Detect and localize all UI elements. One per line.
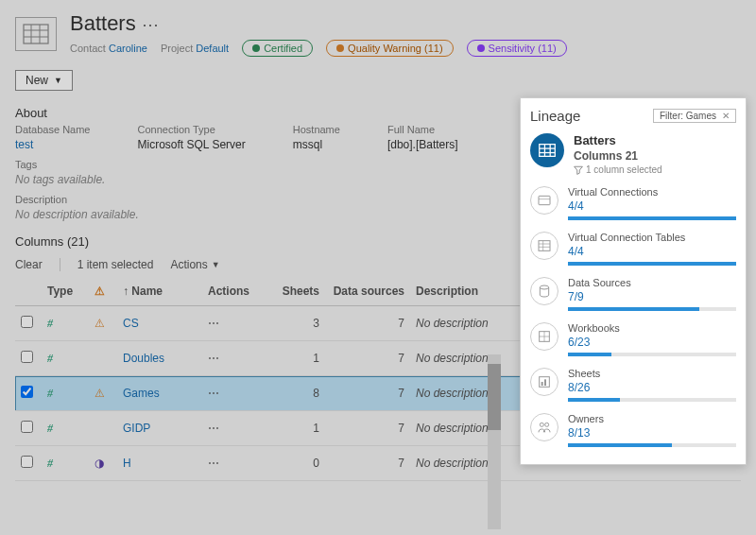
badge-quality-warning[interactable]: Quality Warning (11): [326, 40, 453, 57]
lineage-item-name: Virtual Connections: [568, 186, 736, 198]
lineage-item[interactable]: Workbooks6/23: [530, 322, 736, 356]
lineage-item[interactable]: Virtual Connections4/4: [530, 186, 736, 220]
th-type[interactable]: Type: [42, 277, 89, 306]
row-actions-button[interactable]: ⋯: [208, 387, 219, 400]
row-actions-button[interactable]: ⋯: [208, 352, 219, 365]
sheets-count: 0: [268, 446, 325, 481]
svg-point-16: [540, 285, 548, 289]
lineage-root-sub: Columns 21: [574, 149, 662, 163]
lineage-item-name: Sheets: [568, 368, 736, 379]
column-name[interactable]: Games: [123, 387, 160, 400]
hostname-label: Hostname: [293, 124, 340, 135]
number-icon: #: [47, 422, 53, 435]
th-actions[interactable]: Actions: [202, 277, 268, 306]
row-actions-button[interactable]: ⋯: [208, 457, 219, 470]
lineage-root-selected: 1 column selected: [574, 164, 662, 175]
column-name[interactable]: Doubles: [123, 352, 164, 365]
lineage-item[interactable]: Sheets8/26: [530, 368, 736, 402]
warning-icon: ⚠: [94, 387, 105, 400]
lineage-item-icon: [530, 368, 558, 396]
badge-sensitivity[interactable]: Sensitivity (11): [467, 40, 567, 57]
number-icon: #: [47, 387, 53, 400]
sheets-count: 1: [268, 411, 325, 446]
row-checkbox[interactable]: [21, 351, 33, 363]
lineage-item-name: Owners: [568, 413, 736, 424]
svg-point-23: [540, 423, 543, 426]
row-checkbox[interactable]: [21, 456, 33, 468]
sheets-count: 8: [268, 376, 325, 411]
number-icon: #: [47, 352, 53, 365]
svg-rect-21: [541, 382, 543, 386]
number-icon: #: [47, 457, 53, 470]
column-name[interactable]: H: [123, 457, 131, 470]
th-name[interactable]: ↑ Name: [117, 277, 202, 306]
row-checkbox[interactable]: [21, 316, 33, 328]
conn-type-value: Microsoft SQL Server: [138, 138, 246, 151]
actions-button[interactable]: Actions ▼: [170, 258, 219, 271]
lineage-item-bar: [568, 216, 736, 220]
lineage-item-ratio[interactable]: 8/13: [568, 426, 736, 440]
column-name[interactable]: GIDP: [123, 422, 150, 435]
selected-count: 1 item selected: [77, 258, 154, 271]
filter-icon: [574, 165, 583, 175]
svg-rect-22: [544, 379, 546, 386]
new-button[interactable]: New ▼: [15, 70, 73, 91]
th-sheets[interactable]: Sheets: [268, 277, 325, 306]
sheets-count: 3: [268, 306, 325, 341]
lineage-item-bar: [568, 262, 736, 266]
number-icon: #: [47, 317, 53, 330]
scrollbar[interactable]: [488, 354, 501, 529]
th-warn[interactable]: ⚠: [89, 277, 117, 306]
badge-certified[interactable]: Certified: [242, 40, 313, 57]
lineage-item-ratio[interactable]: 7/9: [568, 290, 736, 303]
column-name[interactable]: CS: [123, 317, 139, 330]
row-checkbox[interactable]: [21, 421, 33, 433]
svg-rect-12: [539, 241, 550, 251]
lineage-item-bar: [568, 443, 736, 447]
svg-rect-5: [540, 145, 556, 157]
datasources-count: 7: [325, 411, 410, 446]
conn-type-label: Connection Type: [138, 124, 246, 135]
datasources-count: 7: [325, 376, 410, 411]
lineage-item-bar: [568, 307, 736, 311]
lineage-item-ratio[interactable]: 8/26: [568, 381, 736, 394]
th-ds[interactable]: Data sources: [325, 277, 410, 306]
warning-icon: ⚠: [94, 285, 105, 298]
lineage-filter-chip[interactable]: Filter: Games✕: [653, 109, 736, 123]
lineage-item[interactable]: Owners8/13: [530, 413, 736, 447]
datasources-count: 7: [325, 446, 410, 481]
db-name-value[interactable]: test: [15, 138, 91, 151]
caret-down-icon: ▼: [212, 260, 220, 269]
row-actions-button[interactable]: ⋯: [208, 317, 219, 330]
row-actions-button[interactable]: ⋯: [208, 422, 219, 435]
scrollbar-thumb[interactable]: [488, 364, 501, 430]
contact-label: Contact Caroline: [70, 43, 147, 54]
lineage-item-name: Virtual Connection Tables: [568, 232, 736, 243]
lineage-item-icon: [530, 322, 558, 351]
clear-button[interactable]: Clear: [15, 258, 43, 271]
lineage-item-icon: [530, 186, 558, 215]
table-icon[interactable]: [530, 133, 564, 167]
lineage-item[interactable]: Virtual Connection Tables4/4: [530, 232, 736, 266]
contact-link[interactable]: Caroline: [109, 43, 147, 54]
lineage-item-icon: [530, 232, 558, 260]
project-label: Project Default: [161, 43, 229, 54]
lineage-item-bar: [568, 398, 736, 402]
more-icon[interactable]: ⋯: [142, 15, 159, 34]
warning-icon: ⚠: [94, 317, 105, 330]
lineage-title: Lineage: [530, 108, 580, 124]
lineage-item-ratio[interactable]: 4/4: [568, 199, 736, 213]
datasources-count: 7: [325, 341, 410, 376]
row-checkbox[interactable]: [21, 386, 33, 398]
svg-point-24: [545, 423, 549, 426]
db-name-label: Database Name: [15, 124, 91, 135]
lineage-item[interactable]: Data Sources7/9: [530, 277, 736, 311]
project-link[interactable]: Default: [196, 43, 229, 54]
lineage-item-bar: [568, 353, 736, 356]
lineage-item-ratio[interactable]: 4/4: [568, 245, 736, 258]
svg-rect-0: [24, 25, 48, 43]
lineage-item-icon: [530, 413, 558, 441]
lineage-item-ratio[interactable]: 6/23: [568, 336, 736, 349]
close-icon[interactable]: ✕: [722, 111, 730, 121]
svg-rect-10: [539, 196, 550, 204]
